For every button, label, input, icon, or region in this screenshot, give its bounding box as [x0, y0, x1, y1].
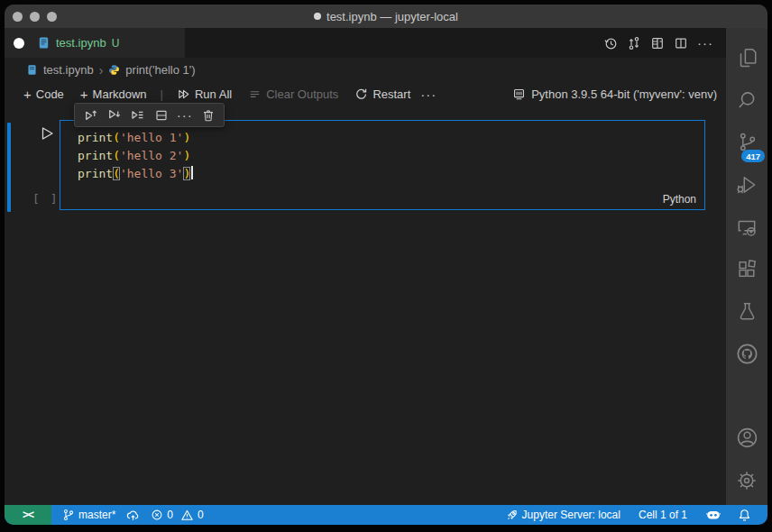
cell-language-picker[interactable]: Python [663, 193, 696, 206]
notebook-grid-icon[interactable] [650, 36, 665, 50]
python-icon [108, 64, 120, 76]
window-title: test.ipynb — jupyter-local [326, 10, 458, 23]
cell-toolbar: ··· [74, 103, 225, 127]
recording-dot-icon [14, 38, 24, 49]
toolbar-separator: | [161, 87, 163, 101]
run-all-button[interactable]: Run All [170, 86, 238, 103]
settings-gear-icon[interactable] [726, 459, 767, 501]
delete-cell-icon[interactable] [201, 108, 216, 123]
jupyter-rocket-icon [506, 509, 519, 521]
error-icon [151, 509, 163, 521]
run-above-icon[interactable] [83, 107, 98, 123]
cell-position-indicator[interactable]: Cell 1 of 1 [633, 509, 693, 521]
more-actions-icon[interactable]: ··· [697, 35, 713, 50]
notebook-editor: ··· [ ] [5, 106, 726, 505]
sync-publish-button[interactable] [121, 509, 145, 522]
vscode-window: test.ipynb — jupyter-local [5, 5, 767, 525]
remote-explorer-icon[interactable] [726, 206, 767, 248]
editor-actions: ··· [603, 28, 726, 58]
cell-focus-indicator [7, 123, 11, 212]
dirty-dot-icon [314, 13, 321, 20]
problems-indicator[interactable]: 0 0 [145, 509, 208, 522]
notifications-bell-icon[interactable] [732, 509, 757, 522]
clear-outputs-icon [248, 87, 262, 101]
run-debug-icon[interactable] [726, 163, 767, 206]
status-bar: >< master* 0 [5, 505, 767, 525]
run-by-line-icon[interactable] [130, 107, 145, 123]
code-cell[interactable]: print('hello 1') print('hello 2') print(… [60, 120, 705, 210]
code-editor[interactable]: print('hello 1') print('hello 2') print(… [60, 121, 704, 183]
split-cell-icon[interactable] [154, 108, 169, 123]
extensions-icon[interactable] [726, 248, 767, 290]
source-control-icon[interactable]: 417 [726, 121, 767, 163]
notebook-icon [26, 64, 38, 76]
breadcrumb: test.ipynb › print('hello 1') [5, 58, 726, 82]
activity-bar: 417 [726, 28, 767, 505]
git-status-badge: U [112, 37, 120, 50]
run-all-icon [177, 87, 190, 101]
notebook-icon [37, 36, 51, 50]
tab-bar: test.ipynb U [5, 28, 726, 58]
tab-strip: test.ipynb U [5, 28, 185, 58]
run-below-icon[interactable] [106, 107, 122, 123]
testing-icon[interactable] [726, 290, 767, 333]
warning-icon [180, 509, 194, 522]
desktop: test.ipynb — jupyter-local [0, 0, 772, 532]
restart-icon [354, 87, 368, 101]
plus-icon: + [23, 87, 32, 102]
play-icon [39, 125, 55, 142]
breadcrumb-separator: › [99, 63, 104, 78]
more-actions-icon[interactable]: ··· [420, 87, 437, 102]
code-line: print('hello 3') [78, 165, 704, 183]
scm-badge: 417 [741, 150, 765, 162]
copilot-icon[interactable] [700, 509, 727, 522]
text-cursor [191, 166, 193, 179]
warning-count: 0 [198, 509, 204, 521]
more-actions-icon[interactable]: ··· [177, 107, 193, 123]
add-code-cell-button[interactable]: + Code [17, 85, 70, 104]
clear-outputs-button[interactable]: Clear Outputs [242, 86, 345, 103]
remote-indicator[interactable]: >< [5, 505, 51, 525]
code-line: print('hello 1') [78, 129, 704, 147]
plus-icon: + [80, 87, 88, 102]
kernel-icon [512, 87, 526, 101]
run-cell-button[interactable] [39, 125, 55, 142]
files-icon[interactable] [726, 36, 767, 78]
tab-test-ipynb[interactable]: test.ipynb U [24, 28, 132, 58]
history-icon[interactable] [603, 36, 618, 50]
execution-count: [ ] [32, 192, 59, 206]
error-count: 0 [167, 509, 173, 521]
git-compare-icon[interactable] [627, 36, 641, 50]
branch-icon [62, 509, 75, 521]
breadcrumb-symbol[interactable]: print('hello 1') [125, 63, 195, 77]
tab-label: test.ipynb [56, 36, 106, 50]
account-icon[interactable] [726, 417, 767, 459]
kernel-picker[interactable]: Python 3.9.5 64-bit ('myvenv': venv) [512, 87, 717, 101]
title-bar: test.ipynb — jupyter-local [5, 5, 767, 28]
code-line: print('hello 2') [78, 147, 704, 165]
add-markdown-cell-button[interactable]: + Markdown [74, 85, 153, 104]
github-icon[interactable] [726, 333, 767, 375]
restart-button[interactable]: Restart [348, 86, 417, 103]
split-editor-icon[interactable] [674, 36, 688, 50]
git-branch-status[interactable]: master* [57, 509, 121, 521]
cloud-upload-icon [126, 509, 140, 522]
jupyter-server-status[interactable]: Jupyter Server: local [501, 509, 626, 521]
breadcrumb-file[interactable]: test.ipynb [43, 63, 94, 77]
window-title-area: test.ipynb — jupyter-local [5, 10, 767, 23]
search-icon[interactable] [726, 78, 767, 121]
